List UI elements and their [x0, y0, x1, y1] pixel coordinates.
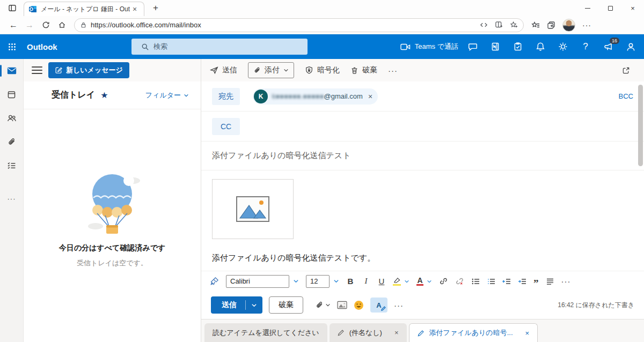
maximize-button[interactable]	[599, 0, 621, 16]
account-icon[interactable]	[620, 34, 641, 59]
format-painter-icon[interactable]	[210, 277, 219, 286]
tab-draft-active[interactable]: 添付ファイルありの暗号... ×	[409, 323, 538, 342]
new-tab-button[interactable]: +	[149, 1, 163, 15]
hot-air-balloon-illustration	[79, 172, 145, 235]
more-actions-icon[interactable]: ···	[394, 301, 404, 310]
discard-button[interactable]: 破棄	[269, 296, 303, 314]
message-body[interactable]: 添付ファイルありの暗号化送信テストです。	[201, 170, 644, 271]
unlink-button[interactable]	[455, 277, 464, 286]
rail-calendar-icon[interactable]	[0, 83, 23, 106]
collections-icon[interactable]	[547, 21, 555, 29]
empty-state-title: 今日の分はすべて確認済みです	[24, 243, 201, 253]
minimize-button[interactable]	[576, 0, 599, 16]
more-commands-icon[interactable]: ···	[388, 66, 398, 75]
workspaces-icon[interactable]	[495, 21, 503, 29]
app-launcher-icon[interactable]	[0, 34, 24, 59]
message-list-pane: 新しいメッセージ 受信トレイ ★ フィルター	[24, 59, 201, 342]
tab-select-item[interactable]: 読むアイテムを選択してください	[204, 323, 327, 342]
font-color-button[interactable]: A	[416, 277, 423, 286]
bullet-list-button[interactable]	[471, 277, 480, 286]
chevron-down-icon	[404, 279, 409, 284]
send-toolbar-button[interactable]: 送信	[210, 65, 237, 75]
outdent-button[interactable]	[502, 277, 511, 286]
send-split-button[interactable]: 送信	[211, 296, 262, 314]
onenote-icon[interactable]	[485, 34, 506, 59]
whats-new-megaphone-icon[interactable]: 16	[598, 34, 618, 59]
tab-draft-no-subject[interactable]: (件名なし) ×	[330, 323, 407, 342]
close-tab-icon[interactable]: ×	[394, 329, 399, 337]
close-tab-icon[interactable]: ×	[130, 5, 140, 13]
browser-window: メール - ネットプロ 鎌田 - Outlook × + × ← → https…	[0, 0, 644, 342]
rail-more-icon[interactable]: ···	[0, 187, 23, 210]
highlight-button[interactable]	[393, 277, 401, 286]
vertical-scrollbar[interactable]	[637, 83, 643, 342]
help-icon[interactable]: ?	[575, 34, 596, 59]
rail-mail-icon[interactable]	[0, 59, 23, 83]
rail-people-icon[interactable]	[0, 106, 23, 130]
draw-text-button[interactable]: A	[370, 298, 387, 313]
emoji-button[interactable]	[354, 300, 364, 310]
tab-preview-icon[interactable]	[4, 2, 20, 14]
attach-file-button[interactable]	[315, 301, 331, 309]
url-text[interactable]: https://outlook.office.com/mail/inbox	[91, 21, 201, 29]
chevron-down-icon	[427, 279, 432, 284]
home-icon[interactable]	[54, 18, 70, 33]
browser-titlebar: メール - ネットプロ 鎌田 - Outlook × + ×	[0, 0, 644, 16]
align-button[interactable]	[546, 277, 554, 286]
teams-call-button[interactable]: Teams で通話	[398, 34, 460, 59]
font-size-combobox[interactable]: 12	[306, 275, 330, 288]
chat-icon[interactable]	[463, 34, 483, 59]
settings-gear-icon[interactable]	[553, 34, 573, 59]
browser-menu-icon[interactable]: ···	[582, 21, 591, 29]
compose-action-bar: 送信 破棄 A ··· 16:42 に保存された下書き	[201, 291, 644, 319]
underline-button[interactable]: U	[377, 277, 386, 286]
reading-pane-tabs: 読むアイテムを選択してください (件名なし) × 添付ファイルありの暗号... …	[201, 319, 644, 342]
teams-call-label: Teams で通話	[415, 42, 458, 51]
split-screen-icon[interactable]	[480, 21, 488, 29]
send-options-chevron-icon[interactable]	[246, 302, 262, 308]
refresh-icon[interactable]	[38, 18, 54, 33]
empty-inbox-state: 今日の分はすべて確認済みです 受信トレイは空です。	[24, 109, 201, 268]
favorite-star-icon[interactable]: ★	[100, 90, 108, 100]
cc-button[interactable]: CC	[212, 118, 240, 135]
open-in-new-window-icon[interactable]	[622, 66, 630, 75]
recipient-chip[interactable]: K k●●●●●●.●●●●●@gmail.com ×	[253, 88, 378, 105]
font-name-combobox[interactable]: Calibri	[226, 275, 289, 288]
subject-field[interactable]: 添付ファイルありの暗号化送信テスト	[201, 142, 644, 170]
filter-button[interactable]: フィルター	[145, 91, 189, 100]
italic-button[interactable]: I	[362, 277, 370, 286]
remove-recipient-icon[interactable]: ×	[368, 92, 372, 101]
search-input[interactable]: 検索	[131, 39, 308, 55]
hamburger-menu-icon[interactable]	[32, 66, 42, 74]
back-button[interactable]: ←	[5, 18, 21, 33]
rail-attachments-icon[interactable]	[0, 130, 23, 153]
bcc-button[interactable]: BCC	[619, 92, 633, 100]
notifications-bell-icon[interactable]	[530, 34, 551, 59]
todo-icon[interactable]	[508, 34, 528, 59]
encrypt-toolbar-button[interactable]: 暗号化	[305, 65, 340, 75]
bold-button[interactable]: B	[346, 277, 355, 286]
browser-tab[interactable]: メール - ネットプロ 鎌田 - Outlook ×	[24, 2, 144, 16]
insert-picture-button[interactable]	[337, 301, 347, 309]
scrollbar-thumb[interactable]	[638, 85, 643, 166]
new-message-button[interactable]: 新しいメッセージ	[48, 62, 129, 78]
address-bar[interactable]: https://outlook.office.com/mail/inbox	[74, 18, 524, 32]
link-button[interactable]	[439, 277, 448, 286]
inline-attachment-placeholder[interactable]	[212, 179, 294, 239]
close-tab-icon[interactable]: ×	[525, 329, 530, 337]
close-window-button[interactable]: ×	[621, 0, 644, 16]
attach-toolbar-button[interactable]: 添付	[248, 62, 294, 78]
discard-toolbar-button[interactable]: 破棄	[350, 65, 377, 75]
to-button[interactable]: 宛先	[212, 88, 240, 105]
quote-button[interactable]: ”	[533, 277, 539, 286]
browser-profile-avatar[interactable]	[562, 19, 575, 32]
compose-icon	[55, 66, 62, 74]
more-formatting-icon[interactable]: ···	[561, 277, 571, 286]
add-favorite-icon[interactable]	[510, 21, 518, 29]
formatting-toolbar: Calibri 12 B I U A	[201, 271, 644, 291]
favorites-icon[interactable]	[531, 21, 540, 29]
numbered-list-button[interactable]	[487, 277, 495, 286]
app-name: Outlook	[27, 42, 57, 51]
rail-tasks-icon[interactable]	[0, 153, 23, 177]
indent-button[interactable]	[518, 277, 526, 286]
